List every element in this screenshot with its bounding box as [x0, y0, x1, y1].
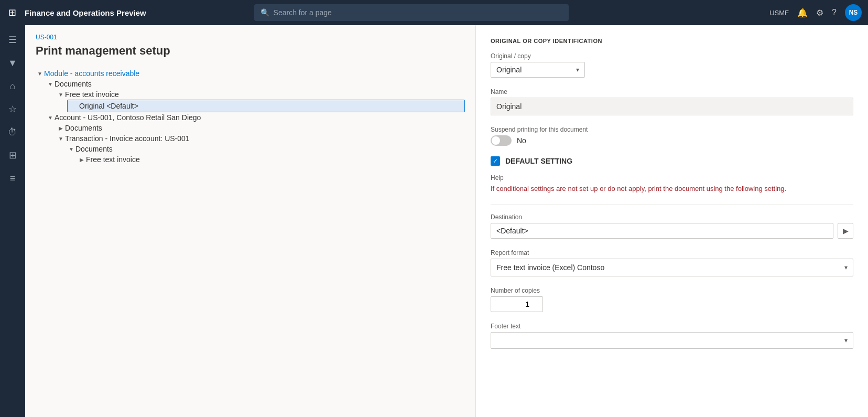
destination-label: Destination: [491, 213, 853, 221]
toggle-docs3[interactable]: ▼: [67, 145, 75, 153]
tree-item-transaction[interactable]: ▼ Transaction - Invoice account: US-001: [57, 133, 465, 144]
toggle-transaction[interactable]: ▼: [57, 134, 65, 143]
destination-arrow-button[interactable]: ▶: [838, 223, 853, 239]
notification-icon[interactable]: 🔔: [797, 8, 808, 18]
toggle-knob: [492, 136, 500, 145]
destination-group: Destination ▶: [491, 213, 853, 239]
tree-item-docs2[interactable]: ▶ Documents: [57, 123, 465, 133]
toggle-fti2[interactable]: ▶: [78, 155, 86, 164]
destination-row: ▶: [491, 223, 853, 239]
original-copy-label: Original / copy: [491, 52, 853, 60]
copies-label: Number of copies: [491, 287, 853, 294]
recent-icon[interactable]: ⏱: [2, 122, 23, 143]
tree-label-module: Module - accounts receivable: [44, 69, 139, 78]
tree-item-fti[interactable]: ▼ Free text invoice: [57, 89, 465, 100]
tree-label-original: Original <Default>: [79, 102, 138, 110]
user-label: USMF: [769, 9, 789, 17]
app-title: Finance and Operations Preview: [25, 8, 146, 17]
tree-item-module[interactable]: ▼ Module - accounts receivable: [36, 68, 465, 79]
avatar[interactable]: NS: [845, 4, 862, 21]
toggle-docs1[interactable]: ▼: [46, 80, 55, 88]
favorites-icon[interactable]: ☆: [2, 99, 23, 120]
home-icon[interactable]: ⌂: [2, 76, 23, 97]
report-format-label: Report format: [491, 249, 853, 256]
toggle-fti[interactable]: ▼: [57, 90, 65, 99]
report-format-group: Report format Free text invoice (Excel) …: [491, 249, 853, 276]
default-setting-row: ✓ DEFAULT SETTING: [491, 156, 853, 166]
tree-item-docs1[interactable]: ▼ Documents: [46, 79, 465, 89]
page-title: Print management setup: [36, 44, 465, 58]
original-copy-group: Original / copy Original ▾: [491, 52, 853, 78]
checkmark-icon: ✓: [493, 157, 498, 165]
nav-right: USMF 🔔 ⚙ ? NS: [769, 4, 862, 21]
chevron-down-icon-3: ▾: [844, 337, 848, 344]
suspend-group: Suspend printing for this document No: [491, 126, 853, 146]
grid-menu-icon[interactable]: ⊞: [6, 5, 18, 20]
left-panel: US-001 Print management setup ▼ Module -…: [25, 25, 476, 417]
tree-item-original-default[interactable]: Original <Default>: [67, 100, 465, 112]
default-setting-label: DEFAULT SETTING: [505, 157, 572, 165]
name-label: Name: [491, 88, 853, 95]
footer-dropdown[interactable]: ▾: [491, 332, 853, 349]
toggle-original: [71, 102, 79, 110]
suspend-value: No: [517, 136, 526, 145]
search-bar[interactable]: 🔍: [254, 4, 569, 21]
footer-group: Footer text ▾: [491, 323, 853, 349]
section-title: ORIGINAL OR COPY IDENTIFICATION: [491, 38, 853, 44]
tree-label-docs1: Documents: [55, 80, 92, 88]
right-panel: ORIGINAL OR COPY IDENTIFICATION Original…: [476, 25, 868, 417]
breadcrumb[interactable]: US-001: [36, 34, 465, 41]
tree-label-account: Account - US-001, Contoso Retail San Die…: [55, 113, 201, 122]
name-value: Original: [491, 98, 853, 115]
tree-label-transaction: Transaction - Invoice account: US-001: [65, 134, 190, 143]
tree-label-docs3: Documents: [75, 145, 113, 153]
tree-item-account[interactable]: ▼ Account - US-001, Contoso Retail San D…: [46, 112, 465, 123]
suspend-label: Suspend printing for this document: [491, 126, 853, 133]
chevron-down-icon-2: ▾: [844, 264, 848, 271]
help-label: Help: [491, 174, 853, 181]
suspend-toggle-row: No: [491, 135, 853, 146]
toggle-module[interactable]: ▼: [36, 69, 44, 78]
main-content: US-001 Print management setup ▼ Module -…: [25, 25, 868, 417]
help-description: If conditional settings are not set up o…: [491, 184, 853, 194]
tree-label-fti: Free text invoice: [65, 90, 119, 99]
chevron-down-icon: ▾: [576, 66, 579, 73]
default-setting-checkbox[interactable]: ✓: [491, 156, 500, 166]
report-format-value: Free text invoice (Excel) Contoso: [496, 263, 604, 272]
original-copy-value: Original: [496, 66, 522, 74]
help-icon[interactable]: ?: [832, 8, 837, 17]
divider: [491, 205, 853, 205]
copies-input[interactable]: [491, 296, 543, 312]
footer-label: Footer text: [491, 323, 853, 330]
report-format-dropdown[interactable]: Free text invoice (Excel) Contoso ▾: [491, 259, 853, 276]
toggle-account[interactable]: ▼: [46, 113, 55, 122]
tree-label-docs2: Documents: [65, 124, 102, 132]
workspaces-icon[interactable]: ⊞: [2, 145, 23, 166]
search-input[interactable]: [274, 8, 562, 17]
top-navigation: ⊞ Finance and Operations Preview 🔍 USMF …: [0, 0, 868, 25]
left-sidebar: ☰ ▼ ⌂ ☆ ⏱ ⊞ ≡: [0, 25, 25, 417]
hamburger-icon[interactable]: ☰: [2, 29, 23, 50]
tree-label-fti2: Free text invoice: [86, 155, 140, 164]
copies-group: Number of copies: [491, 287, 853, 312]
destination-input[interactable]: [491, 223, 833, 239]
toggle-docs2[interactable]: ▶: [57, 124, 65, 132]
search-icon: 🔍: [261, 8, 269, 17]
tree-container: ▼ Module - accounts receivable ▼ Documen…: [36, 68, 465, 165]
modules-icon[interactable]: ≡: [2, 168, 23, 189]
suspend-toggle[interactable]: [491, 135, 512, 146]
original-copy-dropdown[interactable]: Original ▾: [491, 62, 585, 78]
tree-item-fti2[interactable]: ▶ Free text invoice: [78, 154, 465, 165]
help-group: Help If conditional settings are not set…: [491, 174, 853, 194]
settings-icon[interactable]: ⚙: [816, 8, 823, 18]
filter-icon[interactable]: ▼: [2, 52, 23, 73]
name-group: Name Original: [491, 88, 853, 115]
tree-item-docs3[interactable]: ▼ Documents: [67, 144, 465, 154]
